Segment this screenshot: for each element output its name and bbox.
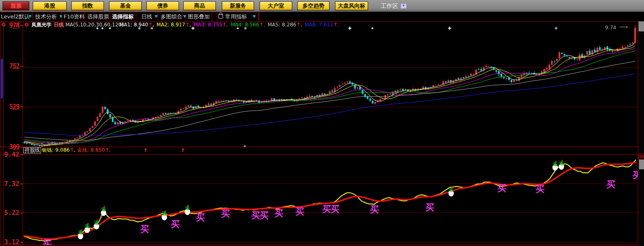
buy-signal-marker: 买 (426, 202, 434, 212)
menu-separator (110, 12, 110, 21)
right-scroll-thumb[interactable] (639, 160, 644, 169)
buy-signal-marker: 买 (221, 209, 230, 219)
buy-signal-marker: 买 (296, 207, 304, 217)
upper-axis-label: 974 (0, 22, 19, 29)
ma-line-10 (24, 46, 635, 145)
menu-separator (136, 12, 136, 21)
market-tab-7[interactable]: 新服务 (222, 1, 254, 10)
escape-marker-dot (88, 223, 89, 224)
market-tab-4[interactable]: 基金 (109, 1, 142, 10)
gear-icon[interactable] (24, 22, 29, 27)
menu-item-7[interactable]: 多图组合 (161, 12, 182, 21)
buy-signal-marker: 买 (196, 212, 205, 223)
dropdown-arrow-icon[interactable]: ▼ (253, 12, 256, 21)
menu-separator (62, 12, 62, 21)
market-tab-6[interactable]: 商品 (183, 1, 216, 10)
axis-tick (21, 106, 23, 107)
menu-item-3[interactable]: F10资料 (64, 12, 85, 21)
lower-axis-label: 9.42 (0, 151, 19, 158)
axis-tick (21, 184, 23, 184)
panel-resize-handle-icon[interactable]: ▲ (244, 144, 246, 148)
event-marker-icon: ✦ (108, 26, 112, 31)
escape-signal-marker: 逃 (185, 205, 190, 211)
buy-signal-marker: 买 (607, 179, 615, 189)
ma-value-MA5: MA5: 8.286↑, (267, 22, 302, 28)
buy-signal-marker: 买 (633, 170, 638, 180)
lower-axis-label: 7.32 (0, 180, 19, 188)
buy-signal-marker: 买 (322, 204, 331, 214)
escape-signal-marker: 逃 (78, 230, 83, 235)
market-tabs-toolbar: 工作区 ▾ 股票港股指数基金债券商品新服务大户室多空趋势大盘风向标 (0, 0, 644, 12)
indicator-tab[interactable]: 持股线 (23, 147, 41, 153)
event-marker-icon: ✚ (448, 26, 451, 31)
ma-value-MA1: MA1: 8.940↑, (119, 22, 154, 28)
right-corner-label: 20 (639, 154, 644, 160)
escape-signal-marker: 逃 (553, 161, 558, 167)
ma-line-20 (24, 48, 635, 144)
workspace-label[interactable]: 工作区 (381, 3, 398, 10)
last-price-label: 9.74 (605, 25, 616, 31)
event-marker-icon: ✦ (101, 26, 104, 31)
lower-axis-label: 5.22 (0, 209, 19, 217)
indicator-plot[interactable]: 买买买买买买买买买买买买买买买买买逃逃逃逃逃逃逃逃逃 (23, 154, 638, 245)
escape-marker-dot (104, 206, 105, 207)
menu-separator (212, 12, 212, 21)
escape-signal-marker: 逃 (101, 207, 106, 212)
series2-legend: 金线: 8.850↑, (77, 148, 111, 153)
menu-item-2[interactable]: 技术分析 (35, 12, 57, 21)
menu-item-5[interactable]: 选择指标 (112, 12, 134, 21)
upper-axis-label: 309 (0, 143, 19, 151)
axis-tick (21, 212, 23, 213)
buy-signal-marker: 买 (498, 183, 506, 193)
market-tab-10[interactable]: 大盘风向标 (335, 1, 368, 10)
escape-signal-marker: 逃 (449, 187, 454, 192)
escape-marker-dot (188, 205, 189, 206)
menu-separator (158, 12, 158, 21)
lock-icon[interactable] (218, 14, 223, 18)
dropdown-arrow-icon[interactable]: ▼ (155, 12, 158, 21)
market-tab-3[interactable]: 指数 (71, 1, 104, 10)
lower-axis-label: 3.12 (0, 238, 19, 246)
menu-item-4[interactable]: 选择股票 (87, 12, 109, 21)
buy-signal-marker: 买 (536, 184, 545, 194)
axis-tick (21, 154, 23, 155)
stock-name[interactable]: 凤凰光学 (31, 22, 52, 28)
escape-signal-marker: 逃 (162, 211, 167, 216)
period-label[interactable]: 日线 (54, 22, 64, 28)
menu-item-9[interactable]: 常用指标 (225, 12, 247, 21)
indicator-line-银钱 (24, 160, 636, 241)
market-tab-5[interactable]: 债券 (146, 1, 179, 10)
right-strip-top-block (639, 21, 644, 31)
market-tab-8[interactable]: 大户室 (260, 1, 292, 10)
signal-arrow-icon: ↑ (181, 148, 185, 153)
buy-signal-marker: 买 (43, 238, 52, 245)
buy-signal-marker: 买 (275, 208, 283, 218)
chart-area[interactable]: 买买买买买买买买买买买买买买买买买逃逃逃逃逃逃逃逃逃 ? 凤凰光学 日线 MA(… (0, 21, 644, 246)
indicator-line-金线 (24, 162, 636, 239)
market-tab-9[interactable]: 多空趋势 (297, 1, 330, 10)
right-scrollbar-track[interactable] (639, 21, 644, 246)
escape-signal-marker: 逃 (94, 220, 99, 225)
axis-tick (21, 242, 23, 243)
buy-signal-marker: 买 (260, 210, 269, 220)
candlestick-plot[interactable] (23, 21, 638, 147)
chart-bottom-border (0, 245, 644, 245)
event-marker-icon: ✳ (138, 26, 141, 31)
market-tab-2[interactable]: 港股 (33, 1, 67, 10)
axis-tick (21, 66, 23, 67)
chevron-down-icon[interactable]: ▾ (400, 3, 407, 9)
market-tab-1[interactable]: 股票 (3, 1, 29, 10)
escape-marker-dot (165, 210, 166, 212)
upper-axis-label: 752 (0, 62, 19, 70)
event-marker-icon: ✳ (554, 26, 558, 31)
axis-tick (21, 25, 23, 26)
buy-signal-marker: 买 (252, 210, 260, 220)
dropdown-arrow-icon[interactable]: ▼ (29, 12, 31, 21)
menu-item-8[interactable]: 图形叠加 (188, 12, 210, 21)
buy-signal-marker: 买 (370, 205, 379, 215)
menu-item-6[interactable]: 日线 (141, 12, 152, 21)
event-marker-icon: ✦ (96, 26, 99, 31)
menu-item-1[interactable]: Level2默认 (1, 12, 30, 21)
series1-legend: 银钱: 9.086↑, (42, 148, 75, 153)
ma-line-5 (24, 42, 635, 146)
